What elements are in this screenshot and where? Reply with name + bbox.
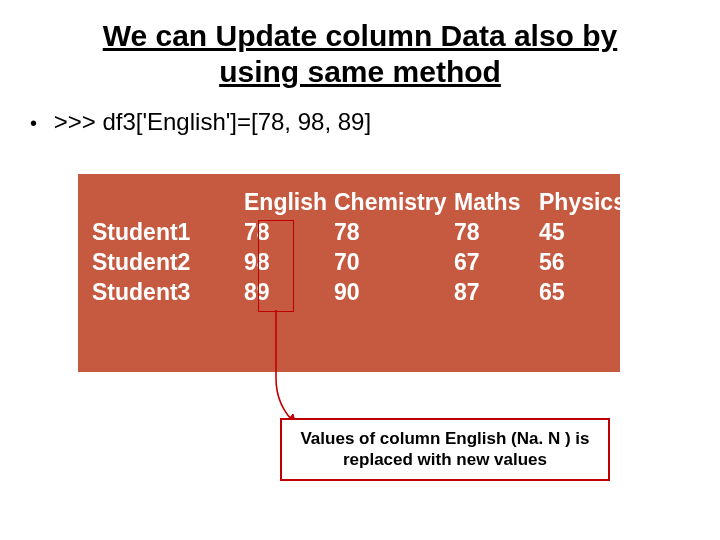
row-label: Student1 [78, 218, 244, 248]
col-header-maths: Maths [454, 188, 539, 218]
cell-maths: 78 [454, 218, 539, 248]
callout-box: Values of column English (Na. N ) is rep… [280, 418, 610, 481]
row-label: Student3 [78, 278, 244, 308]
cell-chemistry: 90 [334, 278, 454, 308]
cell-maths: 87 [454, 278, 539, 308]
bullet-dot: • [30, 112, 37, 135]
code-text: >>> df3['English']=[78, 98, 89] [54, 108, 371, 135]
table-header-row: English Chemistry Maths Physics [78, 188, 620, 218]
cell-english: 78 [244, 218, 334, 248]
table-row: Student2 98 70 67 56 [78, 248, 620, 278]
cell-chemistry: 78 [334, 218, 454, 248]
col-header-english: English [244, 188, 334, 218]
table-row: Student1 78 78 78 45 [78, 218, 620, 248]
row-label: Student2 [78, 248, 244, 278]
table-row: Student3 89 90 87 65 [78, 278, 620, 308]
cell-english: 89 [244, 278, 334, 308]
cell-physics: 65 [539, 278, 619, 308]
slide-title: We can Update column Data also by using … [0, 0, 720, 100]
cell-physics: 45 [539, 218, 619, 248]
col-header-chemistry: Chemistry [334, 188, 454, 218]
code-bullet: • >>> df3['English']=[78, 98, 89] [0, 100, 720, 150]
index-blank [78, 188, 244, 218]
cell-maths: 67 [454, 248, 539, 278]
cell-physics: 56 [539, 248, 619, 278]
cell-chemistry: 70 [334, 248, 454, 278]
dataframe-output-box: English Chemistry Maths Physics Student1… [78, 174, 620, 372]
cell-english: 98 [244, 248, 334, 278]
col-header-physics: Physics [539, 188, 619, 218]
